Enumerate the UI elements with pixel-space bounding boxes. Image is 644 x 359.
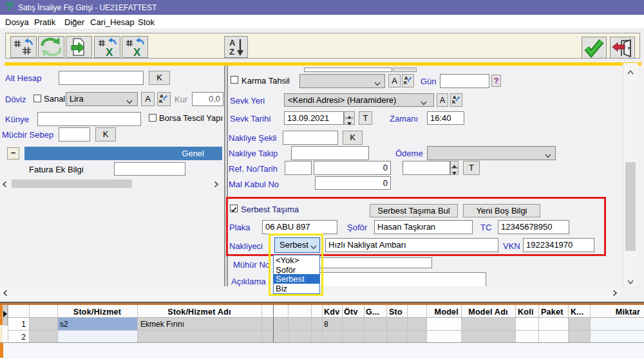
svg-text:K: K [403,80,407,85]
svg-text:X: X [133,46,141,57]
svg-text:K: K [451,99,455,104]
svg-text:X: X [106,46,113,57]
svg-text:A: A [229,38,236,48]
svg-text:Z: Z [229,47,234,57]
svg-text:K: K [159,98,163,104]
